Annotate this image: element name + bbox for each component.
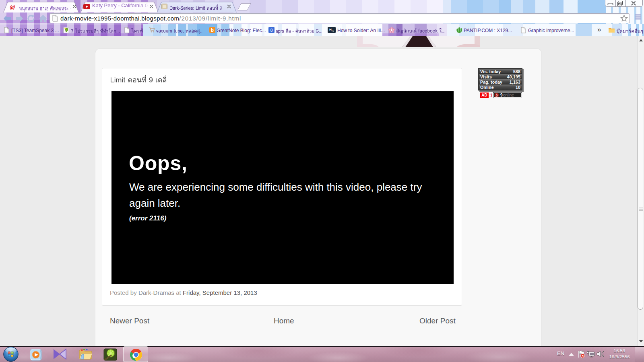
svg-text:8: 8 [270, 28, 272, 33]
svg-text:online: online [503, 93, 514, 97]
svg-text:9: 9 [500, 93, 503, 97]
svg-text:ts: ts [332, 30, 334, 33]
svg-text:b: b [211, 27, 214, 33]
